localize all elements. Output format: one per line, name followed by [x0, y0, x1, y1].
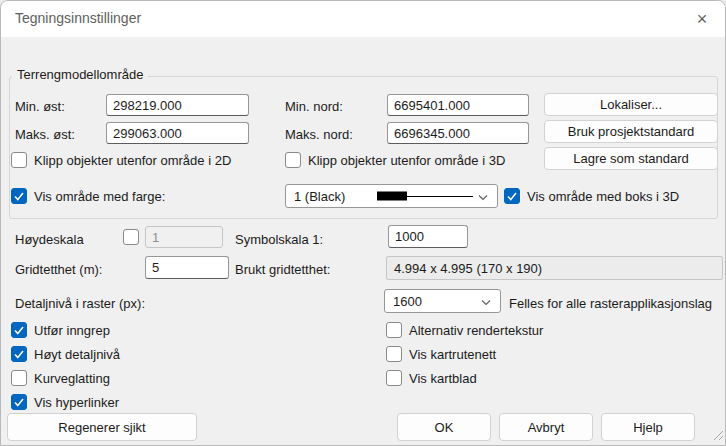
checkbox-alternativ-rendertekstur[interactable]: Alternativ rendertekstur	[386, 322, 543, 338]
grid-density-input[interactable]	[145, 256, 229, 279]
checkbox-label: Høyt detaljnivå	[34, 347, 120, 362]
checkbox-label: Kurveglatting	[34, 371, 110, 386]
min-north-label: Min. nord:	[285, 99, 343, 115]
max-north-input[interactable]	[387, 122, 529, 144]
raster-detail-value: 1600	[393, 294, 422, 309]
ok-button[interactable]: OK	[397, 413, 491, 441]
checkbox-hoyt-detaljniva[interactable]: Høyt detaljnivå	[11, 346, 120, 362]
checkbox-label: Klipp objekter utenfor område i 3D	[308, 153, 505, 168]
color-line	[406, 196, 473, 197]
checkbox-label: Vis område med boks i 3D	[527, 189, 679, 204]
area-color-dropdown[interactable]: 1 (Black)	[285, 184, 498, 208]
min-east-label: Min. øst:	[15, 99, 65, 115]
max-east-label: Maks. øst:	[15, 127, 75, 143]
checkbox-kurveglatting[interactable]: Kurveglatting	[11, 370, 110, 386]
dialog-title: Tegningsinnstillinger	[15, 10, 141, 26]
checkbox-label: Vis hyperlinker	[34, 395, 119, 410]
drawing-settings-dialog: Tegningsinnstillinger × Terrengmodellomr…	[0, 0, 726, 446]
cancel-button[interactable]: Avbryt	[499, 413, 593, 441]
use-project-standard-button[interactable]: Bruk prosjektstandard	[544, 120, 718, 143]
min-east-input[interactable]	[106, 94, 249, 116]
grid-density-label: Gridtetthet (m):	[15, 262, 102, 278]
chevron-down-icon	[481, 294, 491, 309]
checkbox-icon	[11, 394, 27, 410]
localize-button[interactable]: Lokaliser...	[544, 93, 718, 116]
height-scale-label: Høydeskala	[15, 232, 84, 248]
raster-detail-label: Detaljnivå i raster (px):	[15, 296, 145, 312]
checkbox-icon	[11, 370, 27, 386]
checkbox-label: Vis kartrutenett	[409, 347, 496, 362]
checkbox-clip-outside-area-2d[interactable]: Klipp objekter utenfor område i 2D	[11, 152, 231, 168]
height-scale-input	[145, 226, 223, 248]
titlebar: Tegningsinnstillinger ×	[1, 1, 725, 37]
raster-detail-dropdown[interactable]: 1600	[384, 289, 501, 313]
checkbox-icon	[11, 346, 27, 362]
resize-grip[interactable]	[711, 428, 723, 443]
checkbox-utfor-inngrep[interactable]: Utfør inngrep	[11, 322, 110, 338]
symbol-scale-input[interactable]	[388, 225, 468, 248]
help-button[interactable]: Hjelp	[601, 413, 695, 441]
checkbox-label: Vis område med farge:	[34, 189, 165, 204]
area-color-value: 1 (Black)	[294, 189, 345, 204]
checkbox-icon	[504, 188, 520, 204]
checkbox-label: Klipp objekter utenfor område i 2D	[34, 153, 231, 168]
checkbox-icon	[386, 370, 402, 386]
color-swatch	[377, 192, 407, 201]
checkbox-show-area-with-color[interactable]: Vis område med farge:	[11, 188, 165, 204]
checkbox-show-area-box-3d[interactable]: Vis område med boks i 3D	[504, 188, 679, 204]
checkbox-label: Alternativ rendertekstur	[409, 323, 543, 338]
used-grid-density-label: Brukt gridtetthet:	[235, 262, 330, 278]
used-grid-density-value: 4.994 x 4.995 (170 x 190)	[386, 256, 723, 280]
close-icon[interactable]: ×	[679, 1, 725, 37]
checkbox-icon	[386, 322, 402, 338]
checkbox-icon	[285, 152, 301, 168]
checkbox-icon	[123, 229, 139, 245]
checkbox-clip-outside-area-3d[interactable]: Klipp objekter utenfor område i 3D	[285, 152, 505, 168]
checkbox-icon	[386, 346, 402, 362]
checkbox-height-scale[interactable]	[123, 229, 139, 245]
min-north-input[interactable]	[387, 94, 529, 116]
checkbox-icon	[11, 322, 27, 338]
checkbox-vis-kartrutenett[interactable]: Vis kartrutenett	[386, 346, 496, 362]
checkbox-vis-kartblad[interactable]: Vis kartblad	[386, 370, 477, 386]
checkbox-label: Utfør inngrep	[34, 323, 110, 338]
chevron-down-icon	[478, 189, 488, 204]
regenerate-layer-button[interactable]: Regenerer sjikt	[7, 413, 197, 441]
checkbox-icon	[11, 188, 27, 204]
symbol-scale-label: Symbolskala 1:	[235, 232, 323, 248]
max-east-input[interactable]	[106, 122, 249, 144]
terrain-group-legend: Terrengmodellområde	[12, 67, 148, 82]
max-north-label: Maks. nord:	[285, 127, 353, 143]
checkbox-icon	[11, 152, 27, 168]
raster-detail-note: Felles for alle rasterapplikasjonslag	[509, 296, 712, 312]
save-as-standard-button[interactable]: Lagre som standard	[544, 147, 718, 170]
checkbox-label: Vis kartblad	[409, 371, 477, 386]
checkbox-vis-hyperlinker[interactable]: Vis hyperlinker	[11, 394, 119, 410]
